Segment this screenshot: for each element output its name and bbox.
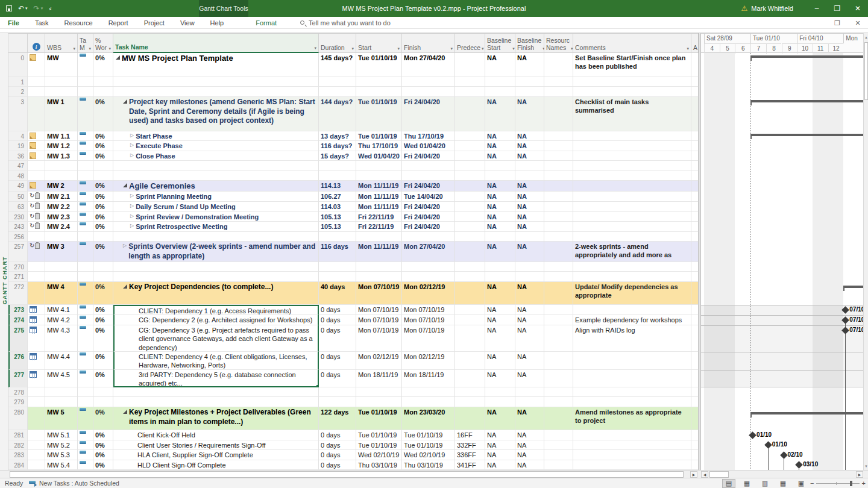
- resource-names-cell[interactable]: [544, 77, 573, 87]
- duration-cell[interactable]: 0 days: [319, 352, 356, 370]
- add-new-column-cell[interactable]: [691, 77, 699, 87]
- baseline-start-cell[interactable]: NA: [485, 181, 515, 192]
- baseline-finish-cell[interactable]: NA: [515, 315, 544, 325]
- finish-cell[interactable]: [402, 171, 455, 181]
- view-resource-sheet-button[interactable]: ▦: [776, 479, 790, 488]
- percent-work-cell[interactable]: [93, 387, 113, 397]
- row-number[interactable]: 276: [8, 352, 28, 370]
- baseline-finish-cell[interactable]: NA: [515, 131, 544, 141]
- recurring-task-icon[interactable]: ↻: [30, 193, 34, 201]
- resource-names-cell[interactable]: [544, 282, 573, 305]
- predecessors-cell[interactable]: [455, 232, 485, 242]
- task-name-cell[interactable]: ▷Sprint Review / Demonstration Meeting: [113, 212, 319, 222]
- tab-format[interactable]: Format: [248, 17, 285, 29]
- add-new-column-cell[interactable]: [691, 272, 699, 282]
- task-mode-cell[interactable]: [78, 407, 93, 430]
- wbs-cell[interactable]: MW 5: [45, 407, 78, 430]
- predecessors-cell[interactable]: [455, 325, 485, 352]
- baseline-start-cell[interactable]: [485, 161, 515, 171]
- info-cell[interactable]: [28, 262, 45, 272]
- finish-cell[interactable]: Mon 07/10/19: [402, 315, 455, 325]
- recurring-task-icon[interactable]: ↻: [30, 203, 34, 211]
- baseline-start-cell[interactable]: [485, 397, 515, 407]
- gantt-scroll-right-arrow[interactable]: ▶: [856, 471, 863, 478]
- wbs-cell[interactable]: [45, 232, 78, 242]
- comments-cell[interactable]: [573, 171, 691, 181]
- predecessors-cell[interactable]: 16FF: [455, 430, 485, 440]
- comments-cell[interactable]: [573, 440, 691, 450]
- add-new-column-cell[interactable]: [691, 53, 699, 77]
- comments-cell[interactable]: Align with RAIDs log: [573, 325, 691, 352]
- baseline-finish-cell[interactable]: NA: [515, 97, 544, 131]
- calendar-constraint-icon[interactable]: [30, 353, 37, 360]
- recurring-task-icon[interactable]: ↻: [30, 223, 34, 231]
- baseline-start-cell[interactable]: NA: [485, 305, 515, 315]
- start-cell[interactable]: [356, 87, 402, 97]
- start-cell[interactable]: Mon 11/11/19: [356, 242, 402, 262]
- add-new-column-cell[interactable]: [691, 262, 699, 272]
- finish-cell[interactable]: Mon 07/10/19: [402, 305, 455, 315]
- duration-cell[interactable]: 13 days?: [319, 131, 356, 141]
- baseline-finish-cell[interactable]: [515, 171, 544, 181]
- collapse-icon[interactable]: [116, 55, 120, 60]
- comments-cell[interactable]: [573, 161, 691, 171]
- start-cell[interactable]: [356, 262, 402, 272]
- row-number[interactable]: 271: [8, 272, 28, 282]
- task-mode-cell[interactable]: [78, 397, 93, 407]
- predecessors-cell[interactable]: 332FF: [455, 440, 485, 450]
- column-header-info[interactable]: i: [28, 34, 45, 53]
- baseline-start-cell[interactable]: NA: [485, 141, 515, 151]
- wbs-cell[interactable]: MW 1: [45, 97, 78, 131]
- task-mode-cell[interactable]: [78, 222, 93, 232]
- wbs-cell[interactable]: MW 5.2: [45, 440, 78, 450]
- gantt-hscroll-thumb[interactable]: [709, 471, 729, 478]
- row-number[interactable]: 50: [8, 192, 28, 202]
- info-cell[interactable]: [28, 131, 45, 141]
- info-cell[interactable]: [28, 77, 45, 87]
- note-icon[interactable]: [30, 54, 36, 61]
- row-number[interactable]: 282: [8, 440, 28, 450]
- start-cell[interactable]: Fri 22/11/19: [356, 212, 402, 222]
- add-new-column-cell[interactable]: [691, 282, 699, 305]
- duration-cell[interactable]: 15 days?: [319, 151, 356, 161]
- resource-names-cell[interactable]: [544, 161, 573, 171]
- baseline-finish-cell[interactable]: NA: [515, 242, 544, 262]
- predecessors-cell[interactable]: 336FF: [455, 450, 485, 460]
- task-mode-cell[interactable]: [78, 262, 93, 272]
- row-number[interactable]: 284: [8, 460, 28, 470]
- zoom-slider-thumb[interactable]: [850, 481, 852, 486]
- task-mode-cell[interactable]: [78, 192, 93, 202]
- predecessors-cell[interactable]: [455, 131, 485, 141]
- filter-arrow-icon[interactable]: ▾: [350, 46, 354, 51]
- task-name-cell[interactable]: [113, 232, 319, 242]
- finish-cell[interactable]: Wed 02/10/19: [402, 450, 455, 460]
- task-mode-cell[interactable]: [78, 141, 93, 151]
- row-number[interactable]: 281: [8, 430, 28, 440]
- row-number[interactable]: 280: [8, 407, 28, 430]
- comments-cell[interactable]: [573, 181, 691, 192]
- baseline-start-cell[interactable]: NA: [485, 192, 515, 202]
- wbs-cell[interactable]: [45, 387, 78, 397]
- filter-arrow-icon[interactable]: ▾: [396, 46, 400, 51]
- summary-bar[interactable]: [750, 100, 863, 102]
- baseline-start-cell[interactable]: NA: [485, 151, 515, 161]
- column-header-wbs[interactable]: WBS▾: [45, 34, 78, 53]
- save-button[interactable]: [6, 5, 12, 11]
- baseline-start-cell[interactable]: NA: [485, 282, 515, 305]
- start-cell[interactable]: [356, 387, 402, 397]
- start-cell[interactable]: [356, 171, 402, 181]
- percent-work-cell[interactable]: [93, 262, 113, 272]
- task-mode-cell[interactable]: [78, 282, 93, 305]
- duration-cell[interactable]: 0 days: [319, 325, 356, 352]
- predecessors-cell[interactable]: [455, 222, 485, 232]
- task-name-cell[interactable]: [113, 87, 319, 97]
- percent-work-cell[interactable]: 0%: [93, 407, 113, 430]
- comments-cell[interactable]: [573, 232, 691, 242]
- task-mode-cell[interactable]: [78, 97, 93, 131]
- task-name-cell[interactable]: Agile Ceremonies: [113, 181, 319, 192]
- predecessors-cell[interactable]: [455, 87, 485, 97]
- baseline-start-cell[interactable]: [485, 232, 515, 242]
- percent-work-cell[interactable]: 0%: [93, 141, 113, 151]
- resource-names-cell[interactable]: [544, 387, 573, 397]
- resource-names-cell[interactable]: [544, 232, 573, 242]
